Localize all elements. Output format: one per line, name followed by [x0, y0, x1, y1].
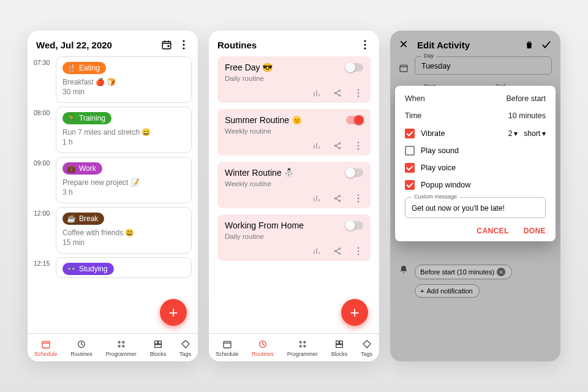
nav-blocks[interactable]: Blocks — [331, 339, 348, 357]
add-notification-chip[interactable]: + Add notification — [415, 284, 480, 298]
when-row[interactable]: When Before start — [405, 94, 546, 103]
routine-switch[interactable] — [346, 221, 363, 230]
routine-switch[interactable] — [346, 168, 363, 177]
nav-schedule[interactable]: Schedule — [216, 339, 239, 357]
cycle-icon — [257, 339, 268, 350]
svg-point-35 — [339, 248, 340, 249]
share-icon[interactable] — [333, 246, 342, 256]
svg-point-19 — [339, 95, 340, 96]
field-label: Day — [421, 53, 436, 59]
svg-point-17 — [339, 90, 340, 91]
chart-icon[interactable] — [312, 141, 322, 151]
activity-duration: 30 min — [62, 88, 185, 96]
nav-schedule[interactable]: Schedule — [34, 339, 58, 357]
svg-point-37 — [339, 253, 340, 254]
activity-card[interactable]: 🏃 Training Run 7 miles and stretch 😄 1 h — [56, 107, 192, 153]
svg-point-40 — [358, 254, 360, 255]
delete-icon[interactable] — [524, 39, 535, 50]
vibrate-checkbox[interactable] — [405, 129, 415, 138]
cycle-icon — [76, 339, 87, 350]
nav-label: Routines — [70, 351, 92, 357]
share-icon[interactable] — [333, 88, 342, 98]
nav-routines[interactable]: Routines — [70, 339, 92, 357]
play-sound-row: Play sound — [405, 146, 546, 156]
routine-switch[interactable] — [346, 116, 363, 124]
nav-tags[interactable]: Tags — [179, 339, 191, 357]
more-icon[interactable] — [360, 39, 371, 50]
svg-point-32 — [358, 194, 360, 196]
nav-tags[interactable]: Tags — [361, 339, 372, 357]
calendar-icon — [40, 339, 51, 350]
close-icon[interactable] — [399, 39, 410, 50]
routine-card[interactable]: Working From Home Daily routine — [217, 214, 371, 261]
svg-rect-5 — [42, 341, 50, 348]
activity-card[interactable]: 💼 Work Prepare new project 📝 3 h — [56, 157, 192, 203]
share-icon[interactable] — [333, 194, 342, 203]
routine-name: Working From Home — [225, 221, 346, 230]
svg-rect-49 — [336, 344, 343, 347]
svg-point-14 — [364, 40, 366, 42]
routine-switch[interactable] — [346, 63, 363, 72]
nav-programmer[interactable]: Programmer — [287, 339, 318, 357]
nav-routines[interactable]: Routines — [252, 339, 274, 357]
blocks-icon — [153, 339, 164, 350]
svg-rect-50 — [400, 65, 407, 72]
checkbox-label: Play sound — [421, 146, 459, 155]
calendar-icon[interactable] — [161, 39, 172, 50]
chart-icon[interactable] — [312, 88, 322, 98]
more-icon[interactable] — [353, 246, 363, 256]
field-label: Custom message — [412, 194, 459, 200]
row-value: Before start — [506, 94, 546, 103]
chart-icon[interactable] — [312, 246, 322, 256]
svg-point-29 — [339, 195, 340, 197]
more-icon[interactable] — [353, 141, 363, 151]
row-label: When — [405, 94, 506, 103]
play-sound-checkbox[interactable] — [405, 146, 415, 156]
date-title: Wed, Jul 22, 2020 — [36, 40, 155, 50]
svg-point-28 — [358, 148, 360, 150]
routine-card[interactable]: Free Day 😎 Daily routine — [217, 56, 371, 103]
nav-programmer[interactable]: Programmer — [106, 339, 137, 357]
routine-card[interactable]: Winter Routine ⛄ Weekly routine — [217, 162, 371, 208]
vibrate-length-dropdown[interactable]: short▾ — [524, 129, 546, 138]
chip-label: Add notification — [426, 287, 472, 295]
activity-card[interactable]: ☕ Break Coffee with friends 😃 15 min — [56, 207, 192, 254]
svg-point-36 — [334, 251, 336, 252]
cancel-button[interactable]: CANCEL — [477, 227, 508, 235]
notification-chip[interactable]: Before start (10 minutes) ✕ — [415, 265, 512, 279]
time-label: 12:15 — [31, 257, 56, 282]
chart-icon[interactable] — [312, 194, 322, 203]
more-icon[interactable] — [178, 39, 189, 50]
activity-sub: Breakfast 🍎 🍞 — [62, 78, 185, 86]
svg-rect-41 — [224, 341, 231, 348]
custom-message-field[interactable]: Custom message Get out now or you'll be … — [405, 197, 546, 218]
vibrate-count-dropdown[interactable]: 2▾ — [508, 129, 518, 138]
svg-point-4 — [183, 47, 184, 49]
screen-edit-activity: Edit Activity Day Tuesday Start En — [390, 31, 560, 361]
day-field[interactable]: Day Tuesday — [415, 56, 552, 75]
more-icon[interactable] — [353, 194, 363, 203]
chip-label: Before start (10 minutes) — [420, 268, 494, 276]
more-icon[interactable] — [353, 88, 363, 98]
activity-duration: 15 min — [62, 238, 185, 247]
activity-card[interactable]: 🍴 Eating Breakfast 🍎 🍞 30 min — [56, 56, 192, 103]
nav-blocks[interactable]: Blocks — [150, 339, 167, 357]
play-voice-checkbox[interactable] — [405, 163, 415, 173]
popup-window-checkbox[interactable] — [405, 180, 415, 190]
screen-schedule: Wed, Jul 22, 2020 07:30 🍴 Eating Breakfa… — [28, 31, 198, 361]
vibrate-row: Vibrate 2▾ short▾ — [405, 129, 546, 138]
remove-icon[interactable]: ✕ — [497, 268, 505, 276]
fab-add[interactable]: + — [160, 299, 187, 326]
time-row[interactable]: Time 10 minutes — [405, 111, 546, 120]
chip-label: Break — [79, 214, 98, 223]
routine-card[interactable]: Summer Routine 🌞 Weekly routine — [217, 109, 371, 156]
fab-add[interactable]: + — [341, 299, 368, 326]
confirm-icon[interactable] — [541, 39, 552, 50]
activity-sub: Coffee with friends 😃 — [62, 228, 185, 237]
blocks-icon — [334, 339, 345, 350]
activity-card[interactable]: 👓 Studying — [56, 257, 192, 278]
chevron-down-icon: ▾ — [542, 129, 546, 138]
activity-chip: ☕ Break — [62, 213, 104, 225]
done-button[interactable]: DONE — [524, 227, 546, 235]
share-icon[interactable] — [333, 141, 342, 151]
